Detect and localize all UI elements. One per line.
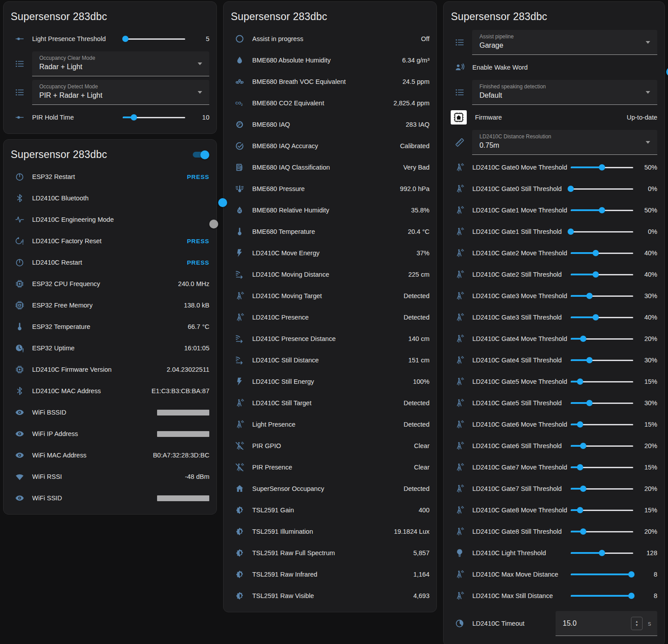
row-bme680-co2-equivalent[interactable]: CO2BME680 CO2 Equivalent2,825.4 ppm (231, 92, 429, 114)
row-ld2410c-gate8-still-threshold[interactable]: LD2410C Gate8 Still Threshold20% (451, 521, 657, 542)
row-pir-gpio[interactable]: PIR GPIOClear (231, 435, 429, 457)
press-button[interactable]: PRESS (187, 259, 209, 266)
row-wifi-mac-address[interactable]: WiFi MAC AddressB0:A7:32:28:3D:BC (11, 445, 209, 466)
row-wifi-rssi[interactable]: WiFi RSSI-48 dBm (11, 466, 209, 487)
row-ld2410c-gate2-move-threshold[interactable]: LD2410C Gate2 Move Threshold40% (451, 242, 657, 264)
row-ld2410c-gate5-move-threshold[interactable]: LD2410C Gate5 Move Threshold15% (451, 371, 657, 392)
slider-thumb[interactable] (628, 593, 635, 599)
row-light-presence-threshold[interactable]: Light Presence Threshold5 (11, 28, 209, 50)
slider-thumb[interactable] (586, 293, 593, 299)
slider-ld2410c-gate7-move-threshold[interactable] (571, 464, 633, 471)
row-pir-presence[interactable]: PIR PresenceClear (231, 457, 429, 478)
row-ld2410c-gate6-move-threshold[interactable]: LD2410C Gate6 Move Threshold15% (451, 414, 657, 435)
slider-ld2410c-gate5-move-threshold[interactable] (571, 378, 633, 385)
slider-ld2410c-gate1-move-threshold[interactable] (571, 207, 633, 214)
row-ld2410c-engineering-mode[interactable]: LD2410C Engineering Mode (11, 209, 209, 230)
row-tsl2591-raw-visible[interactable]: TSL2591 Raw Visible4,693 (231, 585, 429, 607)
slider-ld2410c-max-move-distance[interactable] (571, 571, 633, 578)
slider-ld2410c-gate7-still-threshold[interactable] (571, 485, 633, 492)
slider-ld2410c-gate3-move-threshold[interactable] (571, 292, 633, 299)
row-ld2410c-firmware-version[interactable]: LD2410C Firmware Version2.04.23022511 (11, 359, 209, 380)
row-ld2410c-gate4-move-threshold[interactable]: LD2410C Gate4 Move Threshold20% (451, 328, 657, 349)
row-firmware[interactable]: FirmwareUp-to-date (451, 107, 657, 128)
row-esp32-cpu-frequency[interactable]: ESP32 CPU Frequency240.0 MHz (11, 273, 209, 295)
slider-thumb[interactable] (580, 528, 586, 535)
row-ld2410c-gate7-still-threshold[interactable]: LD2410C Gate7 Still Threshold20% (451, 478, 657, 499)
row-ld2410c-move-energy[interactable]: LD2410C Move Energy37% (231, 242, 429, 264)
slider-thumb[interactable] (593, 271, 599, 278)
slider-thumb[interactable] (568, 186, 574, 192)
row-ld2410c-mac-address[interactable]: LD2410C MAC AddressE1:C3:B3:CB:BA:87 (11, 380, 209, 402)
row-ld2410c-moving-distance[interactable]: LD2410C Moving Distance225 cm (231, 264, 429, 285)
row-ld2410c-moving-target[interactable]: LD2410C Moving TargetDetected (231, 285, 429, 307)
number-input-ld2410c-timeout[interactable]: 15.0▲▼s (556, 611, 657, 636)
row-ld2410c-gate7-move-threshold[interactable]: LD2410C Gate7 Move Threshold15% (451, 457, 657, 478)
row-bme680-absolute-humidity[interactable]: BME680 Absolute Humidity6.34 g/m³ (231, 50, 429, 71)
row-ld2410c-gate1-still-threshold[interactable]: LD2410C Gate1 Still Threshold0% (451, 221, 657, 242)
row-ld2410c-presence-distance[interactable]: LD2410C Presence Distance140 cm (231, 328, 429, 349)
row-tsl2591-raw-full-spectrum[interactable]: TSL2591 Raw Full Spectrum5,857 (231, 542, 429, 564)
row-assist-in-progress[interactable]: Assist in progressOff (231, 28, 429, 50)
row-tsl2591-illumination[interactable]: TSL2591 Illumination19.1824 Lux (231, 521, 429, 542)
row-tsl2591-gain[interactable]: TSL2591 Gain400 (231, 499, 429, 521)
slider-ld2410c-light-threshold[interactable] (571, 549, 633, 557)
slider-ld2410c-gate5-still-threshold[interactable] (571, 399, 633, 407)
slider-ld2410c-gate0-move-threshold[interactable] (571, 164, 633, 171)
row-tsl2591-raw-infrared[interactable]: TSL2591 Raw Infrared1,164 (231, 564, 429, 585)
row-ld2410c-gate3-still-threshold[interactable]: LD2410C Gate3 Still Threshold40% (451, 307, 657, 328)
slider-pir-hold-time[interactable] (123, 114, 185, 121)
row-ld2410c-gate6-still-threshold[interactable]: LD2410C Gate6 Still Threshold20% (451, 435, 657, 457)
slider-thumb[interactable] (599, 550, 605, 556)
press-button[interactable]: PRESS (187, 174, 209, 180)
row-ld2410c-still-distance[interactable]: LD2410C Still Distance151 cm (231, 349, 429, 371)
slider-ld2410c-gate2-move-threshold[interactable] (571, 249, 633, 257)
row-ld2410c-gate0-move-threshold[interactable]: LD2410C Gate0 Move Threshold50% (451, 157, 657, 178)
row-bme680-iaq-classification[interactable]: BME680 IAQ ClassificationVery Bad (231, 157, 429, 178)
select-assist-pipeline[interactable]: Assist pipelineGarage (472, 30, 657, 55)
slider-ld2410c-max-still-distance[interactable] (571, 592, 633, 599)
row-ld2410c-max-still-distance[interactable]: LD2410C Max Still Distance8 (451, 585, 657, 607)
slider-thumb[interactable] (580, 486, 586, 492)
slider-ld2410c-gate1-still-threshold[interactable] (571, 228, 633, 235)
row-bme680-pressure[interactable]: BME680 Pressure992.0 hPa (231, 178, 429, 199)
row-wifi-ip-address[interactable]: WiFi IP Address (11, 423, 209, 445)
slider-thumb[interactable] (568, 229, 574, 235)
slider-thumb[interactable] (580, 443, 586, 449)
slider-thumb[interactable] (599, 207, 605, 213)
row-ld2410c-presence[interactable]: LD2410C PresenceDetected (231, 307, 429, 328)
slider-ld2410c-gate8-still-threshold[interactable] (571, 528, 633, 535)
slider-thumb[interactable] (577, 507, 583, 513)
slider-light-presence-threshold[interactable] (123, 35, 185, 42)
select-ld2410c-distance-resolution[interactable]: LD2410C Distance Resolution0.75m (472, 130, 657, 155)
press-button[interactable]: PRESS (187, 238, 209, 245)
row-bme680-breath-voc-equivalent[interactable]: BME680 Breath VOC Equivalent24.5 ppm (231, 71, 429, 92)
row-pir-hold-time[interactable]: PIR Hold Time10 (11, 107, 209, 128)
slider-thumb[interactable] (593, 250, 599, 256)
slider-ld2410c-gate6-move-threshold[interactable] (571, 421, 633, 428)
select-finished-speaking-detection[interactable]: Finished speaking detectionDefault (472, 80, 657, 105)
row-bme680-iaq-accuracy[interactable]: BME680 IAQ AccuracyCalibrated (231, 135, 429, 157)
slider-ld2410c-gate0-still-threshold[interactable] (571, 185, 633, 192)
row-ld2410c-gate5-still-threshold[interactable]: LD2410C Gate5 Still Threshold30% (451, 392, 657, 414)
slider-thumb[interactable] (580, 336, 586, 342)
row-ld2410c-restart[interactable]: LD2410C RestartPRESS (11, 252, 209, 273)
slider-thumb[interactable] (599, 164, 605, 170)
row-ld2410c-gate3-move-threshold[interactable]: LD2410C Gate3 Move Threshold30% (451, 285, 657, 307)
row-ld2410c-still-energy[interactable]: LD2410C Still Energy100% (231, 371, 429, 392)
slider-thumb[interactable] (586, 400, 593, 406)
row-wifi-ssid[interactable]: WiFi SSID (11, 487, 209, 509)
slider-thumb[interactable] (577, 378, 583, 385)
stepper-control[interactable]: ▲▼ (631, 617, 643, 630)
row-bme680-relative-humidity[interactable]: BME680 Relative Humidity35.8% (231, 199, 429, 221)
row-bme680-iaq[interactable]: BME680 IAQ283 IAQ (231, 114, 429, 135)
slider-ld2410c-gate6-still-threshold[interactable] (571, 442, 633, 449)
row-bme680-temperature[interactable]: BME680 Temperature20.4 °C (231, 221, 429, 242)
slider-ld2410c-gate8-move-threshold[interactable] (571, 507, 633, 514)
row-enable-wake-word[interactable]: Enable Wake Word (451, 57, 657, 78)
slider-thumb[interactable] (577, 464, 583, 470)
slider-ld2410c-gate3-still-threshold[interactable] (571, 314, 633, 321)
row-ld2410c-max-move-distance[interactable]: LD2410C Max Move Distance8 (451, 564, 657, 585)
row-ld2410c-factory-reset[interactable]: LD2410C Factory ResetPRESS (11, 230, 209, 252)
card-header-toggle[interactable] (191, 150, 209, 159)
slider-thumb[interactable] (131, 114, 137, 120)
